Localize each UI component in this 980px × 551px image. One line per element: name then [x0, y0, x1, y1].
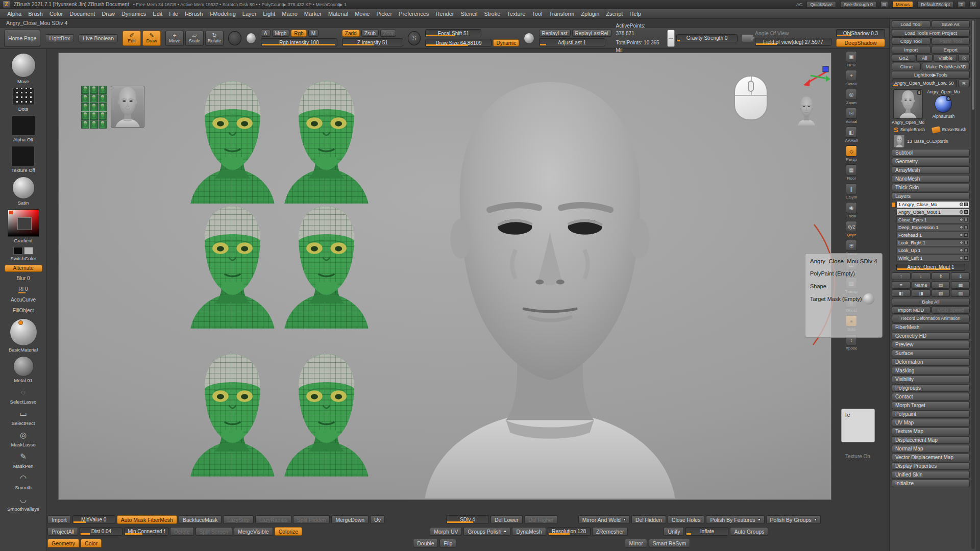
layer-record-icon[interactable]	[964, 256, 968, 260]
layer-flat-icon[interactable]: ▤	[932, 281, 950, 289]
menu-i-brush[interactable]: I-Brush	[182, 10, 206, 17]
menu-texture[interactable]: Texture	[504, 10, 528, 17]
stroke-preview-sphere[interactable]	[246, 33, 256, 44]
save-as-button[interactable]: Save As	[932, 20, 970, 28]
lightbox-tools-button[interactable]: Lightbox▶Tools	[892, 71, 970, 79]
r-button[interactable]: R	[958, 80, 970, 87]
expression-thumbnail[interactable]	[90, 120, 98, 129]
section-fibermesh[interactable]: FiberMesh	[892, 323, 970, 331]
section-uv-map[interactable]: UV Map	[892, 419, 970, 427]
layer-eye-icon[interactable]	[960, 203, 963, 206]
button-del-hidden[interactable]: Del Hidden	[631, 515, 666, 524]
shelf-floor[interactable]: ▦Floor	[846, 164, 857, 181]
eraserbrush-item[interactable]: EraserBrush	[932, 127, 966, 133]
fillobject-control[interactable]: FillObject	[13, 308, 34, 315]
section-arraymesh[interactable]: ArrayMesh	[892, 166, 970, 174]
rgb-intensity-slider[interactable]: Rgb Intensity 100	[261, 38, 337, 46]
menu-dynamics[interactable]: Dynamics	[118, 10, 149, 17]
menu-picker[interactable]: Picker	[373, 10, 395, 17]
angry-open-mouth-low-50-slider[interactable]: Angry_Open_Mouth_Low. 50	[892, 80, 957, 87]
section-unified-skin[interactable]: Unified Skin	[892, 471, 970, 479]
inflate-slider[interactable]: Inflate	[685, 527, 728, 536]
lightbox-button[interactable]: LightBox	[45, 34, 74, 42]
layer-eye-icon[interactable]	[960, 226, 963, 229]
copy-tool-button[interactable]: Copy Tool	[892, 37, 930, 45]
shelf-persp[interactable]: ◇Persp	[846, 145, 857, 162]
load-tool-button[interactable]: Load Tool	[892, 20, 930, 28]
menu-i-modeling[interactable]: I-Modeling	[206, 10, 238, 17]
export-button[interactable]: Export	[932, 46, 970, 54]
menu-draw[interactable]: Draw	[99, 10, 118, 17]
smooth-icon[interactable]: ◠	[16, 472, 31, 484]
layer-record-icon[interactable]	[964, 226, 968, 229]
layer-eye-icon[interactable]	[960, 248, 963, 252]
import-mdd-button[interactable]: Import MDD	[892, 306, 930, 314]
menu-help[interactable]: Help	[626, 10, 644, 17]
button-groups-polish[interactable]: Groups Polish	[463, 527, 510, 536]
current-brush-preview[interactable]	[11, 53, 36, 78]
accucurve-control[interactable]: AccuCurve	[11, 297, 36, 304]
axis-gizmo[interactable]	[801, 65, 831, 89]
button-mirror[interactable]: Mirror	[625, 539, 647, 547]
section-geometry-hd[interactable]: Geometry HD	[892, 332, 970, 340]
expression-thumbnail[interactable]	[81, 112, 89, 120]
m-button[interactable]: M	[308, 30, 318, 37]
layer-eye-icon[interactable]	[960, 218, 963, 221]
layer-name-button[interactable]: Name	[912, 281, 930, 289]
brush-falloff-preview[interactable]	[228, 31, 241, 45]
panel-scrollbar[interactable]	[971, 19, 975, 549]
layer-record-icon[interactable]	[964, 203, 968, 206]
menu-layer[interactable]: Layer	[239, 10, 260, 17]
button-smart-resym[interactable]: Smart ReSym	[649, 539, 690, 547]
clone-button[interactable]: Clone	[892, 63, 921, 70]
focal-curve-icon[interactable]: S	[408, 31, 421, 45]
button-mergevisible[interactable]: MergeVisible	[234, 527, 273, 536]
button-dynamesh[interactable]: DynaMesh	[512, 527, 546, 536]
palette-dock-icon[interactable]: ◫	[958, 1, 965, 8]
sdiv-4-slider[interactable]: SDiv 4	[446, 515, 489, 524]
expression-head-1[interactable]	[188, 79, 277, 204]
button-polish-by-features[interactable]: Polish By Features	[706, 515, 764, 524]
section-texture-map[interactable]: Texture Map	[892, 428, 970, 435]
button-del-lower[interactable]: Del Lower	[491, 515, 523, 524]
scale-button[interactable]: ▱Scale	[185, 31, 204, 46]
button-mergedown[interactable]: MergeDown	[331, 515, 369, 524]
resolution-128-slider[interactable]: Resolution 128	[548, 527, 591, 536]
menu-color[interactable]: Color	[46, 10, 66, 17]
default-zscript-button[interactable]: DefaultZScript	[917, 1, 953, 8]
layer-lines-icon[interactable]: ▥	[951, 289, 970, 297]
section-visibility[interactable]: Visibility	[892, 375, 970, 383]
palette-tab-color[interactable]: Color	[81, 539, 102, 547]
import-button[interactable]: Import	[892, 46, 930, 54]
section-morph-target[interactable]: Morph Target	[892, 402, 970, 409]
visible-button[interactable]: Visible	[934, 54, 957, 62]
menu-edit[interactable]: Edit	[150, 10, 165, 17]
button-split-hidden[interactable]: Split Hidden	[293, 515, 330, 524]
blur-0-control[interactable]: Blur 0	[16, 276, 30, 283]
menu-zplugin[interactable]: Zplugin	[578, 10, 602, 17]
layer-eye-icon[interactable]	[960, 241, 963, 244]
menu-alpha[interactable]: Alpha	[4, 10, 24, 17]
gravity-strength-slider[interactable]: Gravity Strength 0	[676, 34, 738, 42]
expression-thumbnail[interactable]	[99, 94, 107, 103]
menu-marker[interactable]: Marker	[301, 10, 325, 17]
layer-row-1-angry-close-mo[interactable]: 1 Angry_Close_Mo	[896, 201, 970, 208]
zadd-button[interactable]: Zadd	[342, 30, 360, 37]
button-delete[interactable]: Delete	[170, 527, 193, 536]
record-deformation-button[interactable]: Record Deformation Animation	[892, 315, 970, 322]
material-preview[interactable]	[13, 356, 34, 377]
smoothvalleys-icon[interactable]: ◡	[15, 494, 31, 505]
current-tool-thumbnail[interactable]: 9	[893, 89, 923, 119]
zcut-button[interactable]: Zcut	[380, 30, 396, 37]
layer-row-look-right-1[interactable]: Look_Right 1	[896, 239, 970, 246]
document-canvas[interactable]	[58, 53, 831, 500]
layer-eye-icon[interactable]	[960, 210, 963, 214]
r-button[interactable]: R	[958, 54, 970, 62]
button-flip[interactable]: Flip	[439, 539, 456, 547]
layout-icon[interactable]: ▤	[880, 1, 888, 8]
rgb-button[interactable]: Rgb	[291, 30, 306, 37]
toggle-dot-icon[interactable]	[758, 518, 761, 521]
section-normal-map[interactable]: Normal Map	[892, 445, 970, 453]
button-colorize[interactable]: Colorize	[275, 527, 303, 536]
expression-head-2[interactable]	[282, 79, 371, 204]
